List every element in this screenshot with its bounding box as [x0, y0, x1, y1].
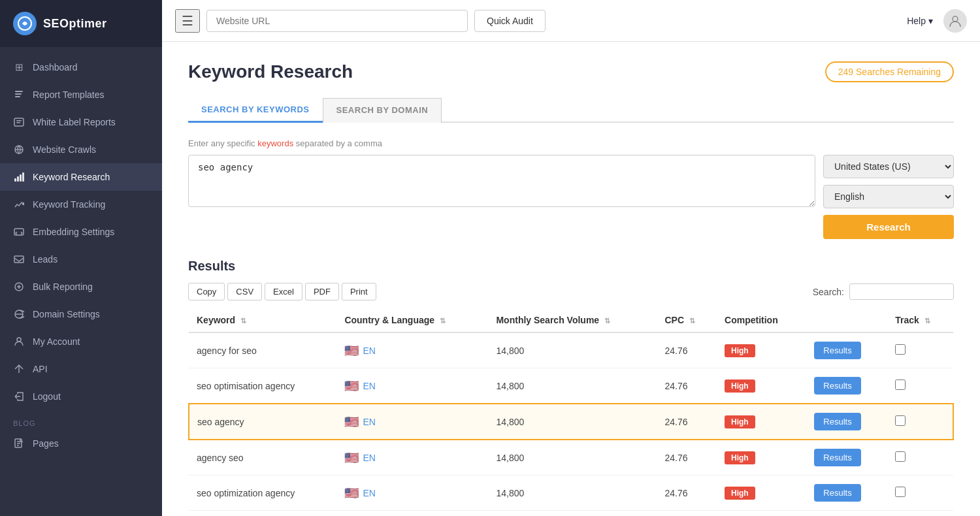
results-toolbar: Copy CSV Excel PDF Print Search: — [188, 283, 954, 300]
search-volume-cell: 14,800 — [488, 368, 657, 404]
competition-badge: High — [725, 415, 755, 428]
table-search-input[interactable] — [849, 283, 954, 300]
country-language-cell: 🇺🇸 EN — [336, 404, 488, 440]
svg-rect-11 — [22, 172, 24, 182]
pdf-button[interactable]: PDF — [305, 283, 339, 300]
table-row: seo optimization agency 🇺🇸 EN 14,800 24.… — [189, 476, 953, 511]
col-results — [806, 308, 887, 332]
sidebar-item-bulk-reporting[interactable]: Bulk Reporting — [0, 273, 162, 300]
keyword-textarea[interactable]: seo agency — [188, 155, 815, 207]
country-language-cell: 🇺🇸 EN — [336, 368, 488, 404]
sidebar-item-pages[interactable]: Pages — [0, 430, 162, 457]
sidebar-item-label: White Label Reports — [33, 117, 116, 127]
results-action-button[interactable]: Results — [814, 484, 860, 502]
export-buttons: Copy CSV Excel PDF Print — [188, 283, 376, 300]
language-code: EN — [363, 453, 375, 463]
table-row: agency for seo 🇺🇸 EN 14,800 24.76 High R… — [189, 332, 953, 368]
svg-rect-6 — [16, 122, 20, 123]
sidebar-nav: ⊞ Dashboard Report Templates White Label… — [0, 47, 162, 516]
svg-rect-13 — [14, 229, 24, 235]
results-action-button[interactable]: Results — [814, 449, 860, 466]
sidebar-item-label: Keyword Research — [33, 172, 110, 182]
sidebar: SEOptimer ⊞ Dashboard Report Templates W… — [0, 0, 162, 516]
cpc-cell: 24.76 — [657, 332, 717, 368]
sidebar-item-label: My Account — [33, 336, 80, 347]
logo-text: SEOptimer — [43, 17, 107, 31]
sidebar-logo[interactable]: SEOptimer — [0, 0, 162, 47]
track-checkbox[interactable] — [895, 379, 906, 390]
sidebar-item-my-account[interactable]: My Account — [0, 328, 162, 355]
sidebar-item-label: Bulk Reporting — [33, 282, 93, 292]
search-label: Search: — [813, 287, 844, 297]
content-area: Keyword Research 249 Searches Remaining … — [162, 42, 980, 516]
sidebar-item-leads[interactable]: Leads — [0, 246, 162, 273]
results-action-button[interactable]: Results — [814, 413, 860, 430]
hint-highlight: keywords — [257, 138, 293, 148]
tab-search-by-keywords[interactable]: SEARCH BY KEYWORDS — [188, 98, 323, 123]
competition-cell: High — [717, 440, 806, 476]
results-btn-cell: Results — [806, 404, 887, 440]
keyword-sort-icon: ⇅ — [240, 317, 246, 325]
url-input[interactable] — [206, 10, 468, 32]
language-code: EN — [363, 417, 375, 427]
results-action-button[interactable]: Results — [814, 342, 860, 359]
svg-rect-2 — [15, 93, 22, 95]
track-checkbox[interactable] — [895, 344, 906, 355]
flag-icon: 🇺🇸 — [344, 415, 359, 429]
research-button[interactable]: Research — [823, 215, 954, 239]
svg-rect-9 — [17, 176, 19, 182]
sidebar-item-keyword-research[interactable]: Keyword Research — [0, 163, 162, 191]
page-title: Keyword Research — [188, 61, 353, 82]
volume-sort-icon: ⇅ — [604, 317, 610, 325]
print-button[interactable]: Print — [342, 283, 376, 300]
sidebar-item-dashboard[interactable]: ⊞ Dashboard — [0, 54, 162, 81]
sidebar-item-label: Keyword Tracking — [33, 199, 105, 210]
svg-rect-1 — [15, 91, 23, 92]
track-cell — [887, 404, 953, 440]
sidebar-item-website-crawls[interactable]: Website Crawls — [0, 136, 162, 163]
sidebar-item-label: Pages — [33, 438, 59, 449]
copy-button[interactable]: Copy — [188, 283, 225, 300]
sidebar-item-domain-settings[interactable]: Domain Settings — [0, 300, 162, 328]
results-btn-cell: Results — [806, 368, 887, 404]
results-action-button[interactable]: Results — [814, 377, 860, 395]
competition-badge: High — [725, 487, 755, 500]
blog-section-label: Blog — [0, 410, 162, 430]
track-checkbox[interactable] — [895, 451, 906, 462]
competition-cell: High — [717, 476, 806, 511]
search-filter: Search: — [813, 283, 954, 300]
sidebar-item-embedding-settings[interactable]: Embedding Settings — [0, 218, 162, 246]
language-select[interactable]: English French German — [823, 185, 954, 208]
col-cpc: CPC ⇅ — [657, 308, 717, 332]
sidebar-item-api[interactable]: API — [0, 355, 162, 383]
crawls-icon — [13, 144, 25, 155]
track-cell — [887, 332, 953, 368]
sidebar-item-logout[interactable]: Logout — [0, 383, 162, 410]
domain-settings-icon — [13, 308, 25, 320]
sidebar-item-label: Report Templates — [33, 89, 104, 100]
tab-search-by-domain[interactable]: SEARCH BY DOMAIN — [323, 98, 442, 123]
user-avatar[interactable] — [943, 9, 967, 33]
table-row: seo agency 🇺🇸 EN 14,800 24.76 High Resul… — [189, 404, 953, 440]
excel-button[interactable]: Excel — [265, 283, 302, 300]
csv-button[interactable]: CSV — [227, 283, 262, 300]
sidebar-item-label: Leads — [33, 254, 57, 265]
search-volume-cell: 14,800 — [488, 332, 657, 368]
sidebar-item-keyword-tracking[interactable]: Keyword Tracking — [0, 191, 162, 218]
track-sort-icon: ⇅ — [924, 317, 930, 325]
track-checkbox[interactable] — [895, 487, 906, 497]
help-button[interactable]: Help ▾ — [907, 16, 933, 26]
competition-cell: High — [717, 404, 806, 440]
track-checkbox[interactable] — [895, 415, 906, 426]
table-row: seo optimisation agency 🇺🇸 EN 14,800 24.… — [189, 368, 953, 404]
svg-point-19 — [953, 16, 958, 22]
logo-icon — [13, 12, 37, 35]
quick-audit-button[interactable]: Quick Audit — [474, 10, 546, 32]
language-code: EN — [363, 346, 375, 356]
country-select[interactable]: United States (US) United Kingdom (UK) C… — [823, 155, 954, 178]
search-volume-cell: 14,800 — [488, 476, 657, 511]
sidebar-item-report-templates[interactable]: Report Templates — [0, 81, 162, 108]
topbar-right: Help ▾ — [907, 9, 967, 33]
hamburger-button[interactable]: ☰ — [175, 9, 200, 33]
sidebar-item-white-label-reports[interactable]: White Label Reports — [0, 108, 162, 136]
